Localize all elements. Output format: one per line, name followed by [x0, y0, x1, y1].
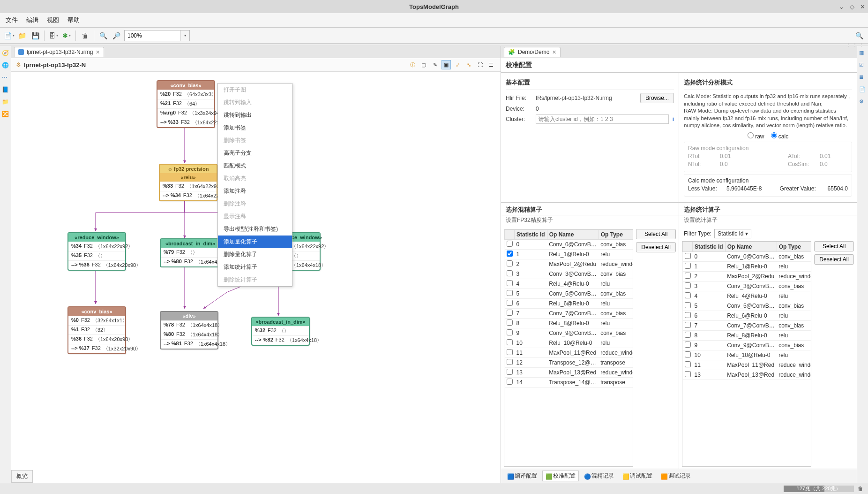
overview-tab[interactable]: 概览	[11, 470, 33, 483]
editor-tab[interactable]: lprnet-pt-op13-fp32-N.irmg ✕	[14, 47, 104, 57]
table-row[interactable]: 7Conv_7@ConvBiasconv_bias	[683, 320, 812, 330]
ctx-export-model[interactable]: 导出模型(注释和书签)	[218, 223, 292, 236]
row-checkbox[interactable]	[507, 319, 513, 326]
tab-debugrec[interactable]: 🟧调试记录	[658, 471, 694, 481]
tool-collapse-icon[interactable]: ⤡	[464, 60, 473, 69]
graph-canvas[interactable]: «conv_bias»%20F32〈64x3x3x3〉%21F32〈64〉%ar…	[11, 72, 501, 483]
node-relu[interactable]: ☼ fp32 precision«relu»%33F32〈1x64x22x92〉…	[159, 164, 217, 201]
row-checkbox[interactable]	[507, 379, 513, 385]
search-icon[interactable]: 🔍	[854, 30, 864, 41]
row-checkbox[interactable]	[685, 263, 691, 269]
table-row[interactable]: 5Conv_5@ConvBiasconv_bias	[505, 289, 634, 298]
node-div[interactable]: «div»%78F32〈1x64x4x18〉%80F32〈1x64x4x18〉-…	[160, 311, 218, 350]
row-checkbox[interactable]	[507, 369, 513, 375]
radio-calc[interactable]: calc	[771, 132, 789, 140]
node-bcast-bottom[interactable]: «broadcast_in_dim»%32F32〈〉--> %82F32〈1x6…	[251, 317, 310, 346]
ctx-match-mode[interactable]: 匹配模式	[218, 160, 292, 172]
minimize-icon[interactable]: ⌄	[839, 3, 844, 10]
tab-calib[interactable]: 🟩校准配置	[542, 471, 579, 481]
rail-globe-icon[interactable]: 🌐	[2, 62, 9, 69]
row-checkbox[interactable]	[507, 349, 513, 355]
save-button[interactable]: 💾	[30, 30, 40, 41]
table-row[interactable]: 1Relu_1@Relu-0relu	[683, 261, 812, 271]
row-checkbox[interactable]	[685, 322, 691, 328]
tool-edit-icon[interactable]: ✎	[430, 60, 440, 69]
info-icon[interactable]: ⓘ	[408, 60, 417, 69]
table-row[interactable]: 13MaxPool_13@Redreduce_window	[683, 370, 812, 380]
row-checkbox[interactable]	[507, 270, 513, 276]
delete-button[interactable]: 🗑	[80, 30, 90, 41]
row-checkbox[interactable]	[685, 282, 691, 289]
row-checkbox[interactable]	[507, 359, 513, 365]
row-checkbox[interactable]	[685, 342, 691, 348]
table-row[interactable]: 12Transpose_12@Tratranspose	[505, 357, 634, 367]
ctx-del-quant[interactable]: 删除量化算子	[218, 248, 292, 261]
props-tab[interactable]: 🧩 Demo/Demo ✕	[504, 47, 561, 57]
open-folder-button[interactable]: 📁	[17, 30, 27, 41]
table-row[interactable]: 13MaxPool_13@Redreduce_window	[505, 367, 634, 377]
node-bcast-left[interactable]: «broadcast_in_dim»%79F32〈〉--> %80F32〈1x6…	[160, 238, 221, 267]
row-checkbox[interactable]	[685, 312, 691, 318]
row-checkbox[interactable]	[685, 371, 691, 377]
table-row[interactable]: 8Relu_8@Relu-0relu	[505, 318, 634, 328]
info-icon[interactable]: i	[673, 116, 674, 122]
table-row[interactable]: 4Relu_4@Relu-0relu	[505, 279, 634, 289]
table-row[interactable]: 10Relu_10@Relu-0relu	[683, 350, 812, 360]
table-row[interactable]: 6Relu_6@Relu-0relu	[683, 311, 812, 320]
rail-compass-icon[interactable]: 🧭	[2, 50, 9, 57]
row-checkbox[interactable]	[507, 280, 513, 286]
row-checkbox[interactable]	[685, 351, 691, 357]
row-checkbox[interactable]	[685, 361, 691, 367]
run-button[interactable]: ✱	[61, 30, 72, 41]
ctx-add-quant[interactable]: 添加量化算子	[218, 236, 292, 248]
rightrail-props-icon[interactable]: ⚙	[859, 99, 867, 106]
menu-view[interactable]: 视图	[47, 16, 59, 24]
table-row[interactable]: 9Conv_9@ConvBiasconv_bias	[505, 328, 634, 338]
zoom-out-icon[interactable]: 🔎	[111, 30, 121, 41]
row-checkbox[interactable]	[507, 290, 513, 296]
maximize-icon[interactable]: ◇	[850, 3, 854, 10]
tab-close-icon[interactable]: ✕	[96, 49, 100, 55]
row-checkbox[interactable]	[507, 339, 513, 345]
tab-compile[interactable]: 🟦编译配置	[504, 471, 540, 481]
tool-box-icon[interactable]: ▢	[419, 60, 428, 69]
rail-doc-icon[interactable]: 📘	[2, 86, 9, 94]
tool-fit-icon[interactable]: ⛶	[475, 60, 485, 69]
cluster-input[interactable]	[536, 114, 669, 124]
node-reduce-window[interactable]: «reduce_window»%34F32〈1x64x22x92〉%35F32〈…	[67, 232, 126, 271]
table-row[interactable]: 2MaxPool_2@Redureduce_window	[505, 259, 634, 269]
node-conv-bias-bottom[interactable]: «conv_bias»%0F32〈32x64x1x1〉%1F32〈32〉%36F…	[67, 306, 126, 354]
close-icon[interactable]: ✕	[860, 3, 865, 10]
row-checkbox[interactable]	[507, 251, 513, 257]
rightrail-doc-icon[interactable]: 📄	[859, 86, 867, 94]
menu-file[interactable]: 文件	[6, 16, 18, 24]
rail-graph-icon[interactable]: 🔀	[2, 111, 9, 118]
tool-list-icon[interactable]: ☰	[486, 60, 496, 69]
browse-button[interactable]: Browse...	[640, 93, 674, 103]
table-row[interactable]: 14Transpose_14@Tratranspose	[505, 377, 634, 387]
database-button[interactable]: 🗄	[48, 30, 59, 41]
row-checkbox[interactable]	[685, 292, 691, 298]
zoom-input[interactable]	[124, 30, 180, 41]
stat-select-all-button[interactable]: Select All	[814, 241, 854, 251]
row-checkbox[interactable]	[685, 302, 691, 308]
node-conv-bias-top[interactable]: «conv_bias»%20F32〈64x3x3x3〉%21F32〈64〉%ar…	[157, 80, 215, 128]
menu-help[interactable]: 帮助	[67, 16, 80, 24]
table-row[interactable]: 0Conv_0@ConvBiasconv_bias	[683, 251, 812, 261]
mix-table[interactable]: Statistic Id Op Name Op Type 0Conv_0@Con…	[504, 229, 633, 467]
table-row[interactable]: 6Relu_6@Relu-0relu	[505, 298, 634, 308]
zoom-dropdown[interactable]: ▾	[180, 30, 190, 41]
stat-deselect-all-button[interactable]: Deselect All	[814, 254, 854, 265]
ctx-add-stat[interactable]: 添加统计算子	[218, 261, 292, 274]
ctx-highlight-branch[interactable]: 高亮子分支	[218, 147, 292, 160]
table-row[interactable]: 4Relu_4@Relu-0relu	[683, 291, 812, 301]
table-row[interactable]: 8Relu_8@Relu-0relu	[683, 330, 812, 340]
table-row[interactable]: 2MaxPool_2@Redureduce_window	[683, 271, 812, 281]
row-checkbox[interactable]	[507, 310, 513, 316]
table-row[interactable]: 9Conv_9@ConvBiasconv_bias	[683, 340, 812, 350]
props-tab-close-icon[interactable]: ✕	[552, 49, 556, 55]
row-checkbox[interactable]	[507, 300, 513, 306]
new-button[interactable]: 📄	[4, 30, 14, 41]
rail-folder-icon[interactable]: 📁	[2, 99, 9, 106]
ctx-jump-output[interactable]: 跳转到输出	[218, 109, 292, 122]
